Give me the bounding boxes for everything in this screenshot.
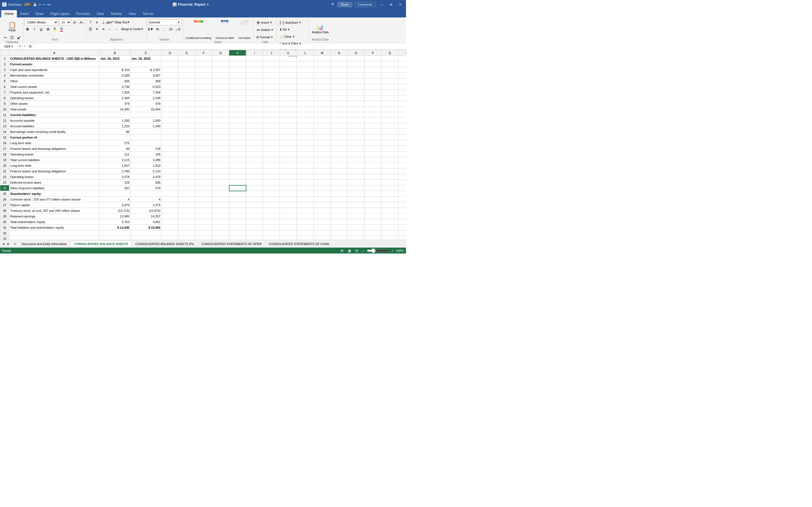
- cell-B4[interactable]: 3,189: [100, 73, 131, 78]
- cell-Q8[interactable]: [382, 95, 398, 101]
- cell-B25[interactable]: [100, 191, 131, 196]
- cell-K32[interactable]: [280, 230, 297, 236]
- cell-I31[interactable]: [246, 225, 263, 230]
- cell-O20[interactable]: [348, 163, 364, 168]
- cell-A22[interactable]: Operating leases: [9, 174, 100, 180]
- cell-O15[interactable]: [348, 135, 364, 140]
- cell-I20[interactable]: [246, 163, 263, 168]
- col-header-P[interactable]: P: [364, 50, 382, 56]
- cell-D10[interactable]: [161, 107, 179, 112]
- cell-O31[interactable]: [348, 225, 364, 230]
- cell-I33[interactable]: [246, 236, 263, 240]
- cell-R30[interactable]: [398, 219, 406, 225]
- cell-G31[interactable]: [212, 225, 229, 230]
- cell-I13[interactable]: [246, 123, 263, 129]
- cell-N16[interactable]: [331, 140, 348, 146]
- cell-G21[interactable]: [212, 168, 229, 174]
- cell-I30[interactable]: [246, 219, 263, 225]
- cell-O24[interactable]: [348, 185, 364, 191]
- cell-H29[interactable]: [229, 214, 246, 219]
- border-button[interactable]: ⊞: [45, 26, 51, 32]
- cell-reference-box[interactable]: H24 ▼: [0, 43, 18, 50]
- redo-icon[interactable]: ↪: [43, 3, 45, 6]
- align-bottom-button[interactable]: ⊥: [100, 19, 107, 25]
- cell-H15[interactable]: [229, 135, 246, 140]
- cell-R27[interactable]: [398, 202, 406, 208]
- comma-button[interactable]: ,: [161, 26, 167, 32]
- copy-button[interactable]: ⿻: [9, 34, 15, 41]
- row-header-24[interactable]: 24: [0, 185, 9, 191]
- cell-G14[interactable]: [212, 129, 229, 135]
- cell-O9[interactable]: [348, 101, 364, 107]
- cell-P32[interactable]: [364, 230, 382, 236]
- cell-M30[interactable]: [314, 219, 331, 225]
- cell-C5[interactable]: 369: [131, 78, 161, 84]
- cell-R29[interactable]: [398, 214, 406, 219]
- cell-B10[interactable]: 14,345: [100, 107, 131, 112]
- save-icon[interactable]: 💾: [33, 3, 37, 6]
- row-header-23[interactable]: 23: [0, 180, 9, 185]
- cell-H21[interactable]: [229, 168, 246, 174]
- cell-R26[interactable]: [398, 196, 406, 202]
- cell-L13[interactable]: [297, 123, 314, 129]
- cell-F17[interactable]: [195, 146, 212, 152]
- cell-R15[interactable]: [398, 135, 406, 140]
- row-header-32[interactable]: 32: [0, 230, 9, 236]
- cell-R5[interactable]: [398, 78, 406, 84]
- cell-D12[interactable]: [161, 118, 179, 123]
- cell-B32[interactable]: [100, 230, 131, 236]
- cell-G26[interactable]: [212, 196, 229, 202]
- cell-R10[interactable]: [398, 107, 406, 112]
- cell-N6[interactable]: [331, 84, 348, 90]
- cell-H11[interactable]: [229, 112, 246, 118]
- row-header-17[interactable]: 17: [0, 146, 9, 152]
- cell-E24[interactable]: [179, 185, 195, 191]
- cell-R24[interactable]: [398, 185, 406, 191]
- cell-E23[interactable]: [179, 180, 195, 185]
- row-header-19[interactable]: 19: [0, 157, 9, 163]
- col-header-J[interactable]: J: [263, 50, 280, 56]
- cell-C25[interactable]: [131, 191, 161, 196]
- cell-Q30[interactable]: [382, 219, 398, 225]
- page-break-view-button[interactable]: ⊟: [354, 248, 359, 253]
- comments-button[interactable]: Comments: [354, 2, 375, 7]
- cell-L19[interactable]: [297, 157, 314, 163]
- row-header-26[interactable]: 26: [0, 196, 9, 202]
- cell-P10[interactable]: [364, 107, 382, 112]
- cell-A6[interactable]: Total current assets: [9, 84, 100, 90]
- cell-P18[interactable]: [364, 152, 382, 157]
- cell-C27[interactable]: 3,375: [131, 202, 161, 208]
- cell-O7[interactable]: [348, 90, 364, 95]
- cell-A31[interactable]: Total liabilities and shareholders' equi…: [9, 225, 100, 230]
- cell-P3[interactable]: [364, 67, 382, 73]
- cell-C21[interactable]: 2,133: [131, 168, 161, 174]
- cell-P16[interactable]: [364, 140, 382, 146]
- cell-J4[interactable]: [263, 73, 280, 78]
- cell-N30[interactable]: [331, 219, 348, 225]
- cell-N10[interactable]: [331, 107, 348, 112]
- cell-I3[interactable]: [246, 67, 263, 73]
- cell-M6[interactable]: [314, 84, 331, 90]
- cell-P29[interactable]: [364, 214, 382, 219]
- cell-A29[interactable]: Retained earnings: [9, 214, 100, 219]
- cell-Q23[interactable]: [382, 180, 398, 185]
- sheet-tab-doc-entity[interactable]: Document and Entity Information: [18, 240, 70, 247]
- cell-B21[interactable]: 2,786: [100, 168, 131, 174]
- cell-C12[interactable]: 1,683: [131, 118, 161, 123]
- cell-F29[interactable]: [195, 214, 212, 219]
- cell-A14[interactable]: Borrowings under revolving credit facili…: [9, 129, 100, 135]
- sheet-tab-consol-balance-pa[interactable]: CONSOLIDATED BALANCE SHEETS (Pa: [132, 240, 198, 247]
- cell-L14[interactable]: [297, 129, 314, 135]
- align-center-button[interactable]: ≡: [94, 26, 100, 32]
- cell-N22[interactable]: [331, 174, 348, 180]
- cell-J2[interactable]: [263, 61, 280, 67]
- cell-B28[interactable]: (13,715): [100, 208, 131, 214]
- font-size-selector[interactable]: 11: [59, 19, 71, 25]
- col-header-R[interactable]: R: [398, 50, 406, 56]
- cell-C24[interactable]: 379: [131, 185, 161, 191]
- cell-J8[interactable]: [263, 95, 280, 101]
- cell-C31[interactable]: $ 15,054: [131, 225, 161, 230]
- row-header-13[interactable]: 13: [0, 123, 9, 129]
- cell-F8[interactable]: [195, 95, 212, 101]
- cell-M20[interactable]: [314, 163, 331, 168]
